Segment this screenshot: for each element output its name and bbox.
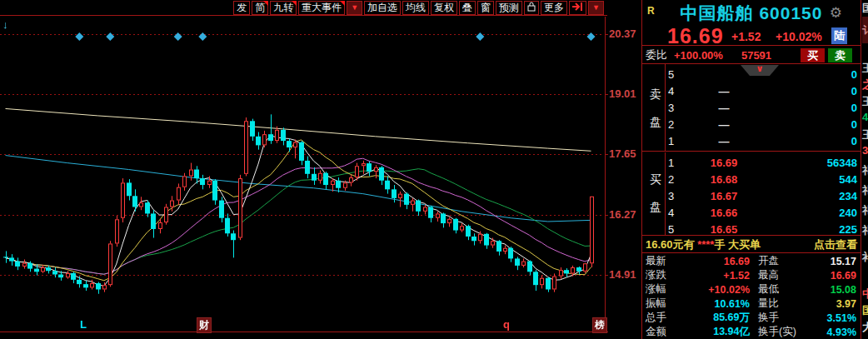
toolbar-button-forecast[interactable]: 预测 [496,1,522,15]
ask-level-3[interactable]: 3—0 [666,99,861,116]
stat-label: 换手(实) [758,325,810,339]
stat-value: 4.93% [810,327,856,338]
alert-badge [263,1,268,6]
level-qty: 0 [851,118,857,131]
toolbar-button-jian[interactable]: 简 [252,1,268,15]
edge-strip-glyph: 4 [862,111,868,123]
toolbar-events-dropdown-icon[interactable]: ▼ [347,1,362,15]
toolbar-button-fa[interactable]: 发 [233,1,250,15]
edge-strip-glyph: 国 [862,1,868,16]
buy-button[interactable]: 买 [801,48,825,62]
toolbar-button-adjust-price[interactable]: 复权 [431,1,457,15]
sell-side-label-2: 盘 [650,116,661,128]
level-num: 3 [668,102,678,114]
edge-strip-glyph: 礼 [862,163,868,178]
stat-label: 开盘 [758,254,810,268]
down-arrow-icon: ↓ [2,18,8,31]
level-price: — [678,102,770,114]
level-num: 2 [668,118,678,131]
toolbar-more-dropdown-icon[interactable]: ▼ [588,1,604,15]
edge-strip-glyph: 衤 [862,250,868,265]
level-num: 5 [668,223,678,236]
level-price: 16.68 [678,173,770,186]
stock-name: 中国船舶 [681,3,754,22]
level-num: 4 [668,207,678,219]
toolbar-button-nine-turn[interactable]: 九转 [270,1,297,15]
quote-header: R 中国船舶 600150 ⚙ 16.69 +1.52 +10.02% 陆 [642,0,861,46]
y-axis-label: 16.27 [609,208,636,221]
level-qty: 234 [839,190,857,202]
stat-value: 85.69万 [679,311,750,325]
bid-level-4[interactable]: 416.66240 [666,204,861,221]
level-num: 3 [668,190,678,202]
stat-label: 总手 [646,311,679,325]
stats-grid: 最新16.69开盘15.17涨跌+1.52最高16.69涨幅+10.02%最低1… [642,254,861,339]
indicator-cai[interactable]: 财 [197,317,212,333]
stat-value: 15.08 [810,284,856,296]
stats-row: 涨跌+1.52最高16.69 [642,268,861,282]
quote-panel: R 中国船舶 600150 ⚙ 16.69 +1.52 +10.02% 陆 委比… [641,0,861,339]
big-order-text: 16.60元有 [646,237,697,252]
stock-code: 600150 [759,3,822,22]
toolbar-button-window[interactable]: 窗 [477,1,494,15]
stat-label: 最高 [758,268,810,282]
ask-level-1[interactable]: 1—0 [666,132,861,149]
bid-level-5[interactable]: 516.65225 [666,221,861,237]
toolbar-button-overlay[interactable]: 叠 [459,1,476,15]
view-big-orders-link[interactable]: 点击查看 [814,237,857,252]
stat-label: 最低 [758,282,810,297]
stat-value: 3.51% [810,312,856,324]
stat-value: 16.69 [810,270,856,282]
stat-label: 涨跌 [646,268,679,282]
sell-orderbook: 卖 盘 504—03—02—01—0 ∨ [642,64,861,152]
chart-toolbar: 发简九转重大事件▼加自选均线复权叠窗预测更多▼ [0,0,607,16]
price-change-pct: +10.02% [776,30,822,43]
bid-level-2[interactable]: 216.68544 [666,171,861,187]
sell-button[interactable]: 卖 [828,48,852,62]
level-num: 1 [668,157,678,169]
buy-orderbook: 买 盘 116.6956348216.68544316.67234416.662… [642,152,861,236]
level-qty: 240 [839,207,857,219]
toolbar-button-more[interactable]: 更多 [541,1,567,15]
adjacent-panel-edge: 国讠王之王4王3礼礼礼礼衤中国大 [861,0,868,339]
stat-label: 量比 [758,297,810,311]
stat-value: 15.17 [810,256,856,267]
ask-level-4[interactable]: 4—0 [666,82,861,99]
stat-label: 振幅 [646,297,679,311]
edge-strip-glyph: 国 [862,303,868,318]
gear-icon[interactable]: ⚙ [830,4,842,22]
weibi-label: 委比 [646,47,667,62]
level-num: 5 [668,68,678,81]
level-qty: 225 [839,223,857,236]
indicator-l[interactable]: L [80,318,87,331]
toolbar-jump-right-icon[interactable] [569,1,586,15]
toolbar-lock-icon[interactable] [524,1,539,15]
ask-level-2[interactable]: 2—0 [666,116,861,132]
bid-level-3[interactable]: 316.67234 [666,187,861,204]
stat-value: +10.02% [679,284,750,296]
level-qty: 0 [851,135,857,147]
stat-label: 涨幅 [646,282,679,297]
toolbar-button-major-events[interactable]: 重大事件 [298,1,345,15]
indicator-bang[interactable]: 榜 [592,317,607,333]
y-axis-label: 14.91 [609,268,636,281]
toolbar-button-ma-lines[interactable]: 均线 [402,1,429,15]
edge-strip-glyph: 王 [862,94,868,109]
edge-strip-glyph: 礼 [862,203,868,218]
buy-side-label-1: 买 [650,173,661,186]
stats-row: 涨幅+10.02%最低15.08 [642,282,861,297]
stats-row: 金额13.94亿换手(实)4.93% [642,325,861,339]
level-price: — [678,135,770,147]
big-order-alert[interactable]: 16.60元有 ****手 大买单点击查看 [642,237,861,253]
big-order-text: 手 大买单 [714,237,761,252]
toolbar-button-add-watchlist[interactable]: 加自选 [364,1,401,15]
stat-value: 10.61% [679,298,750,310]
stock-title: 中国船舶 600150 [642,2,861,25]
edge-strip-glyph: 3 [862,144,868,157]
kline-chart[interactable] [0,17,608,332]
alert-badge [340,1,345,6]
edge-strip-glyph: 大 [862,320,868,335]
bid-level-1[interactable]: 116.6956348 [666,154,861,171]
indicator-q[interactable]: q [503,318,510,331]
level-num: 2 [668,173,678,186]
